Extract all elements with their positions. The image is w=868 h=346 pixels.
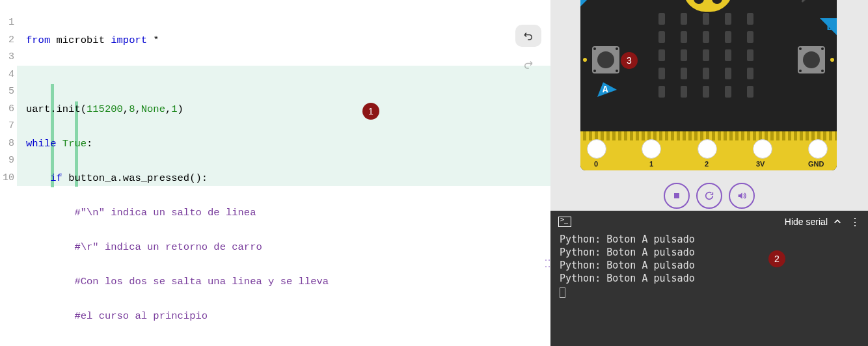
pin-gnd[interactable]: [808, 139, 828, 159]
simulator-area: 🎤 B A: [550, 0, 868, 178]
comment: #"\n" indica un salto de linea: [74, 207, 256, 219]
line-number: 6: [0, 101, 18, 118]
serial-panel: Hide serial ⋮ Python: Boton A pulsado Py…: [550, 211, 868, 346]
pin-label: GND: [808, 160, 824, 168]
serial-line: Python: Boton A pulsado: [560, 233, 695, 245]
line-number: 4: [0, 66, 18, 84]
comment: #Con los dos se salta una linea y se lle…: [74, 276, 329, 287]
none: None: [141, 103, 165, 115]
label-b: B: [826, 21, 833, 33]
line-number: 7: [0, 118, 18, 135]
sound-button[interactable]: [729, 183, 755, 209]
edge-connector: 0 1 2 3V GND: [580, 134, 837, 170]
line-number: 3: [0, 49, 18, 66]
comment: #\r" indica un retorno de carro: [74, 241, 262, 253]
side-dot: [583, 58, 587, 62]
line-number: 8: [0, 135, 18, 153]
num: 115200: [87, 103, 123, 115]
pin-label: 0: [594, 160, 598, 168]
serial-line: Python: Boton A pulsado: [560, 260, 695, 271]
line-number: 1: [0, 14, 18, 32]
serial-line: Python: Boton A pulsado: [560, 246, 695, 258]
pin-0[interactable]: [587, 139, 606, 159]
side-dot: [830, 58, 834, 62]
pin-3v[interactable]: [753, 139, 772, 159]
button-a[interactable]: [592, 46, 619, 73]
stop-button[interactable]: [664, 183, 690, 209]
line-number: 10: [0, 170, 18, 187]
stop-icon: [671, 191, 682, 201]
kw-if: if: [50, 172, 62, 184]
call: uart.init(: [26, 103, 87, 115]
microphone-icon: 🎤: [801, 0, 811, 3]
corner-triangle-a: [580, 0, 597, 7]
kw-from: from: [26, 34, 50, 46]
code-content[interactable]: from microbit import * uart.init(115200,…: [18, 0, 569, 346]
sound-icon: [737, 191, 747, 201]
star: *: [147, 34, 159, 46]
hide-serial-label: Hide serial: [785, 217, 828, 227]
led-matrix: [658, 13, 753, 98]
button-b[interactable]: [798, 46, 825, 73]
simulator-controls: [550, 181, 868, 211]
pin-2[interactable]: [698, 139, 717, 159]
reset-button[interactable]: [696, 183, 722, 209]
line-number: 5: [0, 83, 18, 101]
hide-serial-button[interactable]: Hide serial: [785, 217, 842, 227]
const-true: True: [62, 138, 87, 150]
chevron-up-icon: [833, 217, 842, 226]
label-a: A: [603, 85, 608, 95]
serial-output[interactable]: Python: Boton A pulsado Python: Boton A …: [550, 233, 868, 307]
line-number: 9: [0, 152, 18, 170]
comment: #el curso al principio: [74, 310, 208, 322]
pin-label: 1: [649, 160, 653, 168]
pin-label: 2: [705, 160, 709, 168]
empty-line: [26, 66, 569, 84]
line-number: 2: [0, 32, 18, 49]
annotation-1: 1: [362, 103, 379, 120]
num: 1: [171, 103, 177, 115]
line-number-gutter: 1 2 3 4 5 6 7 8 9 10: [0, 0, 18, 187]
serial-line: Python: Boton A pulsado: [560, 273, 695, 284]
code-editor[interactable]: 1 2 3 4 5 6 7 8 9 10 from microbit impor…: [0, 0, 550, 346]
module: microbit: [50, 34, 111, 46]
annotation-2: 2: [768, 250, 785, 267]
serial-menu-button[interactable]: ⋮: [850, 216, 860, 228]
kw-import: import: [111, 34, 147, 46]
reset-icon: [704, 191, 714, 201]
svg-rect-0: [674, 193, 679, 198]
annotation-3: 3: [621, 52, 638, 69]
microbit-board: 🎤 B A: [580, 0, 837, 170]
pin-label: 3V: [756, 160, 765, 168]
board-face-icon: [683, 0, 733, 12]
kw-while: while: [26, 138, 57, 150]
pin-1[interactable]: [642, 139, 661, 159]
